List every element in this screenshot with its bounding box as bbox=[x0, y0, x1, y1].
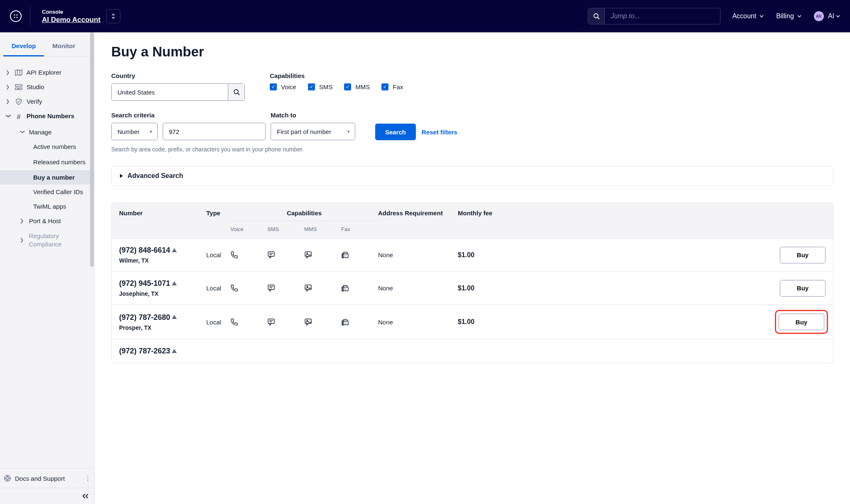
triangle-up-icon bbox=[172, 349, 177, 353]
buy-cell: Buy bbox=[508, 312, 826, 331]
table-subheader: Voice SMS MMS Fax bbox=[112, 217, 833, 239]
country-search-icon[interactable] bbox=[228, 84, 244, 100]
triangle-up-icon bbox=[172, 315, 177, 319]
country-value: United States bbox=[112, 84, 228, 100]
svg-rect-35 bbox=[343, 287, 348, 291]
sidebar-item-studio[interactable]: ❯ Studio bbox=[0, 80, 94, 94]
svg-rect-30 bbox=[268, 285, 274, 290]
sidebar-item-label: API Explorer bbox=[27, 69, 61, 76]
sidebar-item-label: Verify bbox=[27, 98, 42, 105]
tab-monitor[interactable]: Monitor bbox=[44, 37, 83, 56]
sidebar-item-verify[interactable]: ❯ Verify bbox=[0, 94, 94, 109]
sidebar-item-twiml-apps[interactable]: TwiML apps bbox=[0, 199, 94, 214]
sidebar-item-released-numbers[interactable]: Released numbers bbox=[0, 154, 94, 170]
sidebar-item-label: Port & Host bbox=[29, 217, 61, 224]
top-nav: Console AI Demo Account Account Billing … bbox=[0, 0, 850, 32]
sidebar-item-api-explorer[interactable]: ❯ API Explorer bbox=[0, 65, 94, 80]
page-title: Buy a Number bbox=[111, 44, 833, 60]
number-cell: (972) 848-6614Wilmer, TX bbox=[119, 246, 206, 264]
sidebar-collapse-button[interactable] bbox=[0, 488, 94, 504]
sidebar-item-label: Studio bbox=[27, 83, 44, 90]
capabilities-label: Capabilities bbox=[270, 72, 403, 79]
triangle-right-icon bbox=[119, 173, 123, 178]
sidebar-item-manage[interactable]: ❯ Manage bbox=[0, 125, 94, 139]
sidebar-docs-support[interactable]: Docs and Support ⋮ bbox=[0, 468, 94, 488]
sidebar-item-active-numbers[interactable]: Active numbers bbox=[0, 139, 94, 154]
sidebar-item-buy-a-number[interactable]: Buy a number bbox=[0, 170, 94, 185]
logo-icon[interactable] bbox=[10, 10, 22, 22]
mms-icon bbox=[304, 284, 341, 292]
svg-point-12 bbox=[6, 477, 9, 480]
criteria-input[interactable] bbox=[163, 123, 266, 140]
cap-voice[interactable]: ✓Voice bbox=[270, 83, 296, 90]
match-select[interactable]: First part of number ▾ bbox=[271, 123, 355, 140]
sidebar-item-port-host[interactable]: ❯ Port & Host bbox=[0, 214, 94, 228]
cap-mms[interactable]: ✓MMS bbox=[344, 83, 370, 90]
country-select[interactable]: United States bbox=[111, 83, 245, 101]
svg-point-2 bbox=[14, 17, 15, 18]
sidebar-item-label: Regulatory Compliance bbox=[29, 232, 91, 248]
criteria-group: Search criteria Number ▾ bbox=[111, 112, 266, 140]
user-menu[interactable]: AK AI bbox=[814, 11, 840, 21]
svg-rect-46 bbox=[343, 321, 348, 325]
cap-sms[interactable]: ✓SMS bbox=[308, 83, 333, 90]
account-switcher-button[interactable] bbox=[106, 9, 120, 23]
address-cell: None bbox=[378, 251, 458, 258]
cap-label: Fax bbox=[393, 83, 403, 90]
col-capabilities: Capabilities bbox=[230, 209, 378, 217]
chevron-right-icon: ❯ bbox=[20, 237, 25, 243]
mms-icon bbox=[304, 251, 341, 259]
cap-fax[interactable]: ✓Fax bbox=[381, 83, 403, 90]
number-cell: (972) 945-1071Josephine, TX bbox=[119, 279, 206, 297]
jump-to-input[interactable] bbox=[605, 8, 720, 24]
fee-cell: $1.00 bbox=[458, 251, 508, 259]
subcol-voice: Voice bbox=[230, 226, 267, 232]
buy-button[interactable]: Buy bbox=[780, 280, 826, 297]
search-icon[interactable] bbox=[588, 8, 605, 24]
col-type: Type bbox=[206, 209, 230, 217]
svg-point-4 bbox=[594, 14, 598, 18]
match-group: Match to First part of number ▾ bbox=[271, 112, 355, 140]
fax-icon bbox=[341, 284, 378, 292]
table-header: Number Type Capabilities Address Require… bbox=[112, 203, 833, 217]
more-icon[interactable]: ⋮ bbox=[85, 475, 91, 482]
chevron-down-icon: ❯ bbox=[20, 130, 25, 135]
criteria-type-value: Number bbox=[117, 128, 139, 135]
svg-rect-41 bbox=[268, 319, 274, 324]
table-row: (972) 945-1071Josephine, TXLocalNone$1.0… bbox=[112, 272, 833, 305]
cap-label: Voice bbox=[281, 83, 296, 90]
tab-develop[interactable]: Develop bbox=[3, 37, 44, 56]
svg-rect-33 bbox=[305, 285, 311, 290]
sidebar-item-phone-numbers[interactable]: ❯ # Phone Numbers bbox=[0, 109, 94, 125]
fee-cell: $1.00 bbox=[458, 285, 508, 292]
account-label: Account bbox=[732, 12, 756, 20]
sidebar-item-label: Manage bbox=[29, 129, 51, 136]
svg-rect-19 bbox=[268, 252, 274, 256]
checkbox-icon: ✓ bbox=[344, 83, 351, 90]
search-button[interactable]: Search bbox=[375, 124, 416, 140]
chevron-down-icon bbox=[760, 15, 764, 17]
capabilities-group: Capabilities ✓Voice ✓SMS ✓MMS ✓Fax bbox=[270, 72, 403, 101]
number-value: (972) 848-6614 bbox=[119, 246, 206, 255]
criteria-type-select[interactable]: Number ▾ bbox=[111, 123, 158, 140]
reset-filters-link[interactable]: Reset filters bbox=[422, 129, 457, 136]
chevron-down-icon: ▾ bbox=[150, 129, 152, 134]
advanced-search-toggle[interactable]: Advanced Search bbox=[111, 166, 833, 186]
svg-rect-22 bbox=[305, 252, 311, 256]
avatar: AK bbox=[814, 11, 824, 21]
account-name[interactable]: AI Demo Account bbox=[42, 16, 100, 24]
checkbox-icon: ✓ bbox=[308, 83, 315, 90]
scrollbar-thumb[interactable] bbox=[90, 32, 94, 267]
billing-menu[interactable]: Billing bbox=[776, 12, 801, 20]
buy-button[interactable]: Buy bbox=[780, 247, 826, 263]
number-location: Josephine, TX bbox=[119, 290, 206, 297]
col-address: Address Requirement bbox=[378, 209, 458, 217]
sidebar-item-verified-caller-ids[interactable]: Verified Caller IDs bbox=[0, 185, 94, 199]
buy-button[interactable]: Buy bbox=[779, 314, 824, 330]
sidebar-item-regulatory[interactable]: ❯ Regulatory Compliance bbox=[0, 228, 94, 252]
type-cell: Local bbox=[206, 285, 230, 292]
account-menu[interactable]: Account bbox=[732, 12, 764, 20]
mms-icon bbox=[304, 318, 341, 326]
svg-point-0 bbox=[14, 14, 15, 15]
triangle-up-icon bbox=[172, 281, 177, 285]
